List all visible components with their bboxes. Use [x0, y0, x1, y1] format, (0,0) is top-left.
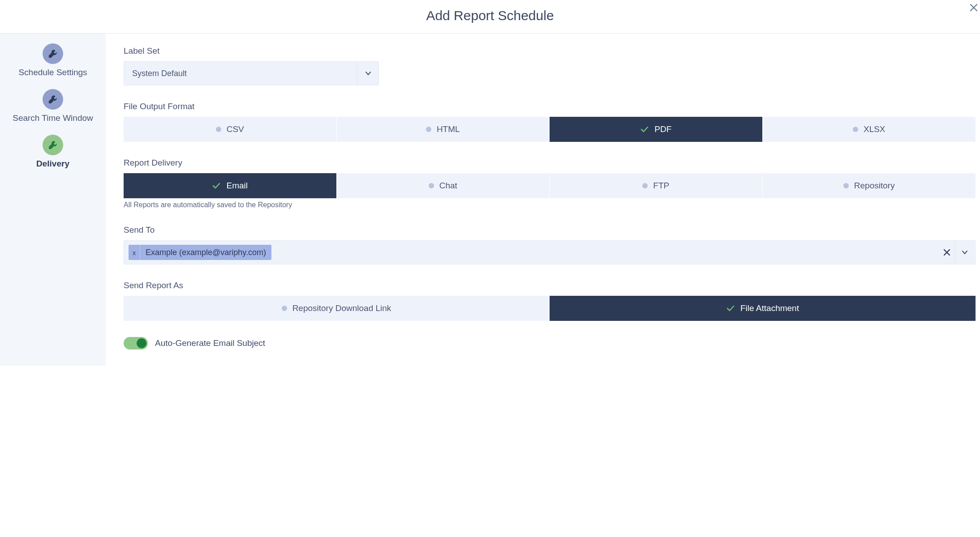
dot-icon: [426, 127, 431, 132]
option-label: Email: [226, 181, 248, 191]
step-delivery[interactable]: Delivery: [36, 135, 69, 169]
delivery-ftp[interactable]: FTP: [550, 173, 763, 198]
check-icon: [726, 304, 735, 313]
wrench-icon: [43, 89, 63, 110]
send-as-link[interactable]: Repository Download Link: [124, 296, 550, 321]
delivery-repository[interactable]: Repository: [763, 173, 976, 198]
modal-header: Add Report Schedule: [0, 0, 980, 34]
toggle-knob: [137, 338, 146, 348]
check-icon: [640, 125, 649, 134]
step-schedule-settings[interactable]: Schedule Settings: [18, 43, 87, 77]
dot-icon: [843, 183, 849, 188]
dot-icon: [642, 183, 648, 188]
option-label: Chat: [439, 181, 457, 191]
wrench-icon: [43, 43, 63, 64]
option-label: CSV: [227, 124, 244, 134]
modal-title: Add Report Schedule: [0, 8, 980, 23]
file-output-html[interactable]: HTML: [337, 117, 550, 142]
chevron-down-icon: [357, 62, 378, 85]
label-set-select[interactable]: System Default: [124, 61, 379, 85]
option-label: HTML: [437, 124, 460, 134]
send-to-input[interactable]: x Example (example@variphy.com): [124, 240, 976, 264]
send-as-attachment[interactable]: File Attachment: [550, 296, 976, 321]
option-label: PDF: [654, 124, 671, 134]
sidebar: Schedule Settings Search Time Window Del…: [0, 34, 106, 366]
option-label: XLSX: [864, 124, 885, 134]
delivery-email[interactable]: Email: [124, 173, 337, 198]
file-output-options: CSV HTML PDF XLSX: [124, 117, 976, 142]
main-content: Label Set System Default File Output For…: [106, 34, 980, 366]
close-icon[interactable]: [967, 0, 980, 16]
tag-remove-icon[interactable]: x: [129, 245, 140, 260]
chevron-down-icon[interactable]: [957, 241, 972, 264]
clear-all-icon[interactable]: [939, 241, 955, 264]
step-label: Schedule Settings: [18, 68, 87, 77]
dot-icon: [429, 183, 434, 188]
report-delivery-options: Email Chat FTP Repository: [124, 173, 976, 198]
recipient-tag: x Example (example@variphy.com): [129, 245, 271, 260]
file-output-pdf[interactable]: PDF: [550, 117, 763, 142]
option-label: Repository: [854, 181, 895, 191]
step-search-time-window[interactable]: Search Time Window: [13, 89, 93, 123]
label-set-value: System Default: [124, 62, 357, 85]
auto-generate-subject-label: Auto-Generate Email Subject: [155, 338, 265, 348]
delivery-hint: All Reports are automatically saved to t…: [124, 201, 976, 209]
dot-icon: [853, 127, 858, 132]
send-report-as-options: Repository Download Link File Attachment: [124, 296, 976, 321]
dot-icon: [282, 306, 287, 311]
option-label: File Attachment: [740, 303, 799, 313]
send-to-label: Send To: [124, 225, 976, 235]
wrench-icon: [43, 135, 63, 155]
tag-text: Example (example@variphy.com): [140, 245, 271, 260]
check-icon: [212, 181, 221, 190]
file-output-label: File Output Format: [124, 102, 976, 111]
dot-icon: [216, 127, 221, 132]
report-delivery-label: Report Delivery: [124, 158, 976, 168]
option-label: Repository Download Link: [292, 303, 391, 313]
label-set-label: Label Set: [124, 46, 976, 56]
step-label: Delivery: [36, 159, 69, 169]
send-report-as-label: Send Report As: [124, 281, 976, 290]
option-label: FTP: [653, 181, 669, 191]
file-output-xlsx[interactable]: XLSX: [763, 117, 976, 142]
file-output-csv[interactable]: CSV: [124, 117, 337, 142]
step-label: Search Time Window: [13, 113, 93, 123]
delivery-chat[interactable]: Chat: [337, 173, 550, 198]
auto-generate-subject-toggle[interactable]: [124, 337, 148, 349]
